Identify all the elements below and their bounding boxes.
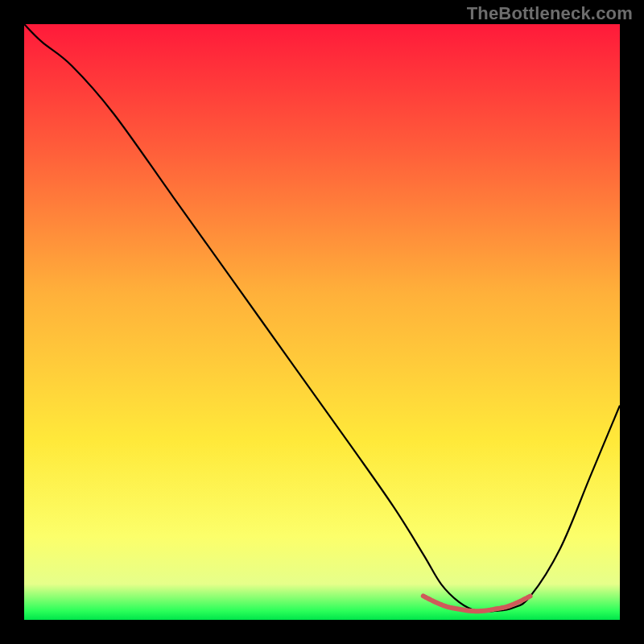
plot-area <box>24 24 620 620</box>
optimal-marker <box>423 596 530 611</box>
watermark-text: TheBottleneck.com <box>467 3 633 24</box>
curve-layer <box>24 24 620 620</box>
chart-frame: TheBottleneck.com <box>0 0 644 644</box>
bottleneck-curve <box>24 24 620 612</box>
